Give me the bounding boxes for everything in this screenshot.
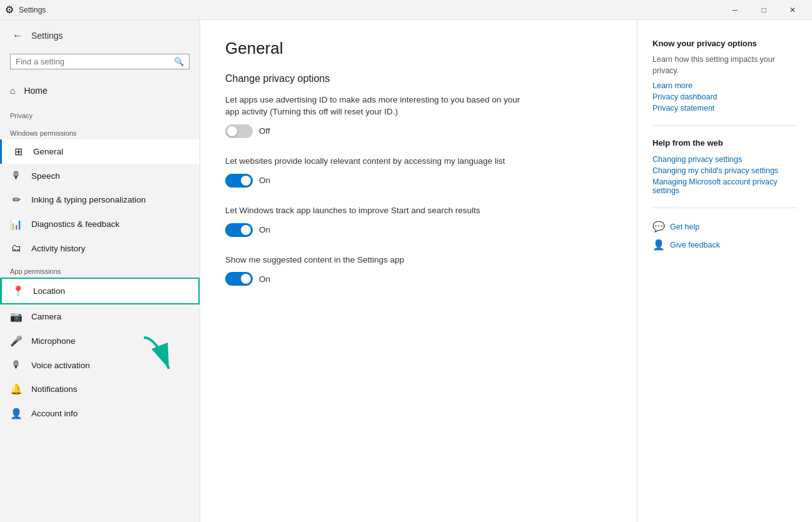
toggle-suggested[interactable]	[225, 272, 253, 286]
privacy-dashboard-link[interactable]: Privacy dashboard	[652, 93, 797, 101]
settings-icon: ⚙	[5, 4, 14, 16]
sidebar-item-activity[interactable]: 🗂 Activity history	[0, 236, 200, 260]
sidebar-app-title: Settings	[31, 31, 63, 41]
titlebar-title: Settings	[19, 6, 46, 14]
sidebar-item-inking[interactable]: ✏ Inking & typing personalization	[0, 188, 200, 212]
toggle-language-thumb	[241, 176, 251, 186]
sidebar-item-speech[interactable]: 🎙 Speech	[0, 164, 200, 188]
toggle-language[interactable]	[225, 174, 253, 188]
help-from-web-title: Help from the web	[652, 138, 797, 148]
toggle-row-advertising: Off	[225, 124, 612, 138]
section-title: Change privacy options	[225, 73, 612, 84]
voice-icon: 🎙	[10, 359, 23, 371]
toggle-tracking-label: On	[259, 225, 270, 234]
location-icon: 📍	[12, 285, 24, 297]
right-divider-2	[652, 208, 797, 208]
toggle-advertising[interactable]	[225, 124, 253, 138]
sidebar-location-label: Location	[33, 286, 65, 296]
changing-privacy-link[interactable]: Changing privacy settings	[652, 155, 797, 164]
toggle-suggested-label: On	[259, 274, 270, 284]
titlebar: ⚙ Settings ─ □ ✕	[0, 0, 812, 20]
sidebar-item-home[interactable]: ⌂ Home	[0, 77, 200, 104]
sidebar-activity-label: Activity history	[31, 244, 85, 253]
right-panel: Know your privacy options Learn how this…	[637, 20, 812, 522]
setting-language: Let websites provide locally relevant co…	[225, 156, 612, 188]
sidebar-general-label: General	[33, 147, 63, 156]
give-feedback-item: 👤 Give feedback	[652, 239, 797, 251]
sidebar-item-microphone[interactable]: 🎤 Microphone	[0, 329, 200, 353]
learn-more-link[interactable]: Learn more	[652, 81, 797, 90]
toggle-row-language: On	[225, 174, 612, 188]
inking-icon: ✏	[10, 194, 23, 206]
get-help-link[interactable]: Get help	[670, 223, 699, 231]
search-icon: 🔍	[174, 57, 184, 66]
child-privacy-link[interactable]: Changing my child's privacy settings	[652, 166, 797, 175]
sidebar-camera-label: Camera	[31, 312, 61, 321]
sidebar-nav-top: ← Settings	[0, 20, 200, 51]
toggle-tracking-thumb	[241, 225, 251, 235]
sidebar-item-voice[interactable]: 🎙 Voice activation	[0, 353, 200, 377]
toggle-advertising-label: Off	[259, 126, 270, 136]
privacy-statement-link[interactable]: Privacy statement	[652, 104, 797, 113]
sidebar-item-camera[interactable]: 📷 Camera	[0, 304, 200, 329]
setting-advertising-desc: Let apps use advertising ID to make ads …	[225, 94, 525, 118]
sidebar-account-label: Account info	[31, 409, 78, 418]
sidebar: ← Settings 🔍 ⌂ Home Privacy Windows perm…	[0, 20, 200, 522]
close-button[interactable]: ✕	[778, 0, 807, 20]
know-privacy-text: Learn how this setting impacts your priv…	[652, 54, 797, 76]
notifications-icon: 🔔	[10, 383, 23, 395]
toggle-advertising-thumb	[227, 126, 237, 136]
sidebar-microphone-label: Microphone	[31, 336, 76, 346]
camera-icon: 📷	[10, 311, 23, 323]
know-privacy-title: Know your privacy options	[652, 39, 797, 48]
sidebar-item-general[interactable]: ⊞ General	[0, 139, 200, 164]
privacy-label: Privacy	[0, 104, 200, 122]
search-input[interactable]	[16, 57, 174, 66]
give-feedback-icon: 👤	[652, 239, 665, 251]
back-button[interactable]: ←	[10, 28, 25, 44]
account-privacy-link[interactable]: Managing Microsoft account privacy setti…	[652, 178, 797, 195]
sidebar-item-notifications[interactable]: 🔔 Notifications	[0, 377, 200, 401]
sidebar-item-location[interactable]: 📍 Location	[0, 278, 200, 304]
sidebar-item-account[interactable]: 👤 Account info	[0, 401, 200, 426]
sidebar-home-label: Home	[24, 86, 47, 96]
microphone-icon: 🎤	[10, 335, 23, 347]
toggle-row-tracking: On	[225, 223, 612, 237]
activity-icon: 🗂	[10, 243, 23, 254]
general-icon: ⊞	[12, 146, 24, 158]
windows-permissions-label: Windows permissions	[0, 122, 200, 139]
setting-language-desc: Let websites provide locally relevant co…	[225, 156, 525, 168]
sidebar-speech-label: Speech	[31, 171, 60, 181]
sidebar-voice-label: Voice activation	[31, 361, 90, 370]
search-box[interactable]: 🔍	[10, 54, 190, 69]
setting-advertising: Let apps use advertising ID to make ads …	[225, 94, 612, 138]
home-icon: ⌂	[10, 86, 15, 96]
speech-icon: 🎙	[10, 170, 23, 181]
maximize-button[interactable]: □	[749, 0, 778, 20]
get-help-item: 💬 Get help	[652, 221, 797, 233]
setting-suggested: Show me suggested content in the Setting…	[225, 254, 612, 286]
page-title: General	[225, 39, 612, 58]
account-icon: 👤	[10, 408, 23, 419]
setting-tracking-desc: Let Windows track app launches to improv…	[225, 205, 525, 217]
diagnostics-icon: 📊	[10, 218, 23, 230]
setting-suggested-desc: Show me suggested content in the Setting…	[225, 254, 525, 266]
give-feedback-link[interactable]: Give feedback	[670, 241, 720, 249]
get-help-icon: 💬	[652, 221, 665, 233]
sidebar-inking-label: Inking & typing personalization	[31, 195, 146, 204]
minimize-button[interactable]: ─	[721, 0, 749, 20]
setting-tracking: Let Windows track app launches to improv…	[225, 205, 612, 237]
window-controls: ─ □ ✕	[721, 0, 807, 20]
right-divider	[652, 125, 797, 126]
toggle-language-label: On	[259, 176, 270, 185]
toggle-tracking[interactable]	[225, 223, 253, 237]
app-permissions-label: App permissions	[0, 260, 200, 278]
main-content: General Change privacy options Let apps …	[200, 20, 637, 522]
sidebar-notifications-label: Notifications	[31, 384, 78, 394]
sidebar-item-diagnostics[interactable]: 📊 Diagnostics & feedback	[0, 212, 200, 236]
toggle-row-suggested: On	[225, 272, 612, 286]
sidebar-diagnostics-label: Diagnostics & feedback	[31, 219, 119, 229]
app-body: ← Settings 🔍 ⌂ Home Privacy Windows perm…	[0, 20, 812, 522]
